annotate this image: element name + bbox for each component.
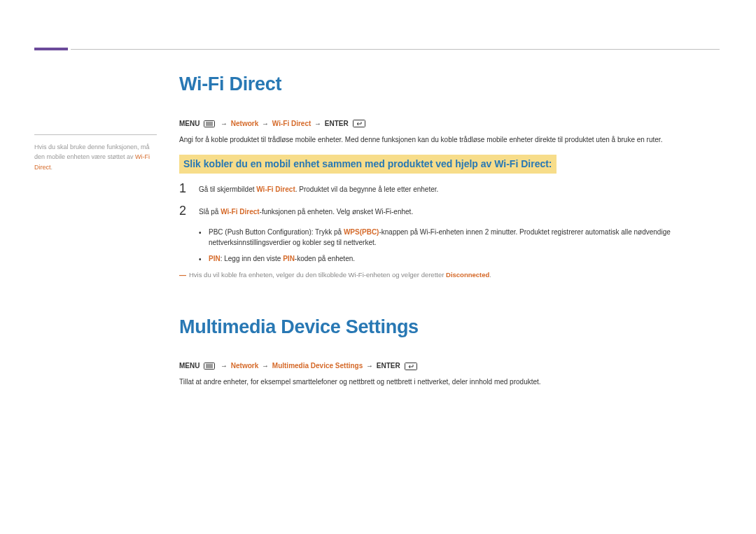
bullet-2-hl1: PIN bbox=[209, 255, 220, 262]
enter-icon bbox=[353, 120, 365, 127]
arrow-icon: → bbox=[219, 120, 229, 127]
menu-icon bbox=[204, 363, 215, 370]
bullet-dot-icon: • bbox=[199, 227, 209, 238]
bullet-1-text: PBC (Push Button Configuration): Trykk p… bbox=[209, 227, 720, 248]
bullet-dot-icon: • bbox=[199, 253, 209, 265]
step-2-highlight: Wi-Fi Direct bbox=[220, 208, 259, 216]
section1-title: Wi-Fi Direct bbox=[179, 70, 720, 99]
enter-icon bbox=[405, 363, 417, 370]
accent-bar bbox=[34, 48, 68, 50]
step-1-prefix: Gå til skjermbildet bbox=[199, 185, 256, 193]
sidebar-note: Hvis du skal bruke denne funksjonen, må … bbox=[34, 134, 157, 172]
arrow-icon: → bbox=[260, 362, 270, 370]
arrow-icon: → bbox=[260, 120, 270, 127]
step-2-text: Slå på Wi-Fi Direct-funksjonen på enhete… bbox=[199, 204, 413, 217]
step-1-text: Gå til skjermbildet Wi-Fi Direct. Produk… bbox=[199, 182, 438, 195]
nav-enter-label: ENTER bbox=[377, 362, 400, 370]
top-divider bbox=[71, 49, 720, 50]
sidebar-suffix: . bbox=[51, 164, 53, 171]
bullet-2-mid: : Legg inn den viste bbox=[220, 255, 284, 262]
nav-network: Network bbox=[231, 120, 258, 127]
sidebar-divider bbox=[34, 134, 157, 135]
step-1-number: 1 bbox=[179, 182, 199, 196]
bullet-1-prefix: PBC (Push Button Configuration): Trykk p… bbox=[209, 228, 344, 236]
bullet-2-text: PIN: Legg inn den viste PIN-koden på enh… bbox=[209, 253, 355, 264]
step-2-suffix: -funksjonen på enheten. Velg ønsket Wi-F… bbox=[260, 208, 414, 216]
arrow-icon: → bbox=[219, 362, 229, 370]
sidebar-prefix: Hvis du skal bruke denne funksjonen, må … bbox=[34, 143, 150, 160]
note-text: Hvis du vil koble fra enheten, velger du… bbox=[189, 270, 491, 280]
bullet-2-suffix: -koden på enheten. bbox=[295, 255, 355, 262]
section2-nav-path: MENU → Network → Multimedia Device Setti… bbox=[179, 360, 720, 371]
nav-menu-label: MENU bbox=[179, 120, 200, 127]
step-1-suffix: . Produktet vil da begynne å lete etter … bbox=[295, 185, 439, 193]
section-2: Multimedia Device Settings MENU → Networ… bbox=[179, 313, 720, 388]
section1-nav-path: MENU → Network → Wi-Fi Direct → ENTER bbox=[179, 118, 720, 129]
note-suffix: . bbox=[489, 271, 491, 279]
bullet-list: • PBC (Push Button Configuration): Trykk… bbox=[179, 227, 720, 265]
bullet-1: • PBC (Push Button Configuration): Trykk… bbox=[199, 227, 720, 248]
note-prefix: Hvis du vil koble fra enheten, velger du… bbox=[189, 271, 446, 279]
nav-network: Network bbox=[231, 362, 258, 370]
note-dash-icon: ― bbox=[179, 270, 189, 281]
sidebar-text: Hvis du skal bruke denne funksjonen, må … bbox=[34, 142, 157, 172]
note-row: ― Hvis du vil koble fra enheten, velger … bbox=[179, 270, 720, 281]
main-content: Wi-Fi Direct MENU → Network → Wi-Fi Dire… bbox=[179, 70, 720, 398]
note-highlight: Disconnected bbox=[446, 271, 489, 279]
section1-intro: Angi for å koble produktet til trådløse … bbox=[179, 134, 720, 146]
section2-intro: Tillat at andre enheter, for eksempel sm… bbox=[179, 377, 720, 388]
section1-sub-heading: Slik kobler du en mobil enhet sammen med… bbox=[179, 155, 556, 174]
step-1: 1 Gå til skjermbildet Wi-Fi Direct. Prod… bbox=[179, 182, 720, 196]
step-2-number: 2 bbox=[179, 204, 199, 218]
arrow-icon: → bbox=[365, 362, 374, 370]
nav-multimedia: Multimedia Device Settings bbox=[272, 362, 363, 370]
step-2: 2 Slå på Wi-Fi Direct-funksjonen på enhe… bbox=[179, 204, 720, 218]
bullet-1-highlight: WPS(PBC) bbox=[344, 228, 379, 236]
section2-title: Multimedia Device Settings bbox=[179, 313, 720, 342]
nav-enter-label: ENTER bbox=[325, 120, 349, 127]
arrow-icon: → bbox=[313, 120, 323, 127]
step-2-prefix: Slå på bbox=[199, 208, 220, 216]
nav-wifi-direct: Wi-Fi Direct bbox=[272, 120, 311, 127]
step-1-highlight: Wi-Fi Direct bbox=[256, 185, 295, 193]
nav-menu-label: MENU bbox=[179, 362, 200, 370]
menu-icon bbox=[204, 120, 215, 127]
bullet-2: • PIN: Legg inn den viste PIN-koden på e… bbox=[199, 253, 720, 265]
bullet-2-hl2: PIN bbox=[283, 255, 295, 262]
